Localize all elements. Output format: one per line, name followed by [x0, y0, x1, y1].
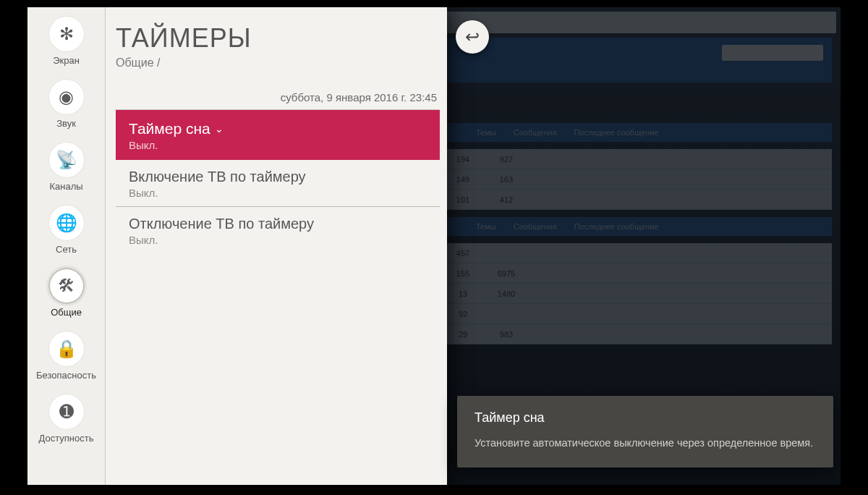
- chevron-down-icon: ⌄: [215, 123, 224, 135]
- tooltip-body: Установите автоматическое выключение чер…: [475, 436, 816, 452]
- datetime-label: суббота, 9 января 2016 г. 23:45: [116, 91, 437, 103]
- option-title: Таймер сна: [129, 120, 210, 138]
- settings-content: ТАЙМЕРЫ Общие / суббота, 9 января 2016 г…: [106, 7, 447, 485]
- sidebar-item-screen[interactable]: ✻ Экран: [35, 16, 98, 66]
- settings-panel: ✻ Экран ◉ Звук 📡 Каналы 🌐 Сеть 🛠 Общие 🔒: [27, 7, 447, 485]
- lock-icon: 🔒: [48, 331, 85, 367]
- sidebar-item-label: Звук: [35, 118, 98, 129]
- option-title: Включение ТВ по таймеру: [129, 169, 306, 185]
- sidebar-item-sound[interactable]: ◉ Звук: [35, 79, 98, 129]
- sidebar-item-label: Сеть: [35, 244, 98, 255]
- sidebar-item-accessibility[interactable]: ➊ Доступность: [35, 394, 98, 444]
- globe-icon: 🌐: [48, 205, 85, 241]
- page-title: ТАЙМЕРЫ: [116, 23, 440, 54]
- sidebar-item-label: Безопасность: [35, 370, 98, 381]
- option-timer-on[interactable]: Включение ТВ по таймеру Выкл.: [116, 160, 440, 207]
- option-value: Выкл.: [129, 139, 427, 151]
- tooltip-title: Таймер сна: [475, 410, 816, 426]
- satellite-icon: 📡: [48, 142, 85, 178]
- option-timer-off[interactable]: Отключение ТВ по таймеру Выкл.: [116, 207, 440, 253]
- back-arrow-icon: ↩: [465, 27, 480, 47]
- option-value: Выкл.: [129, 234, 427, 246]
- sidebar-item-network[interactable]: 🌐 Сеть: [35, 205, 98, 255]
- screen-icon: ✻: [48, 16, 85, 52]
- sidebar-item-channels[interactable]: 📡 Каналы: [35, 142, 98, 192]
- sidebar-item-label: Общие: [35, 307, 98, 318]
- settings-sidebar: ✻ Экран ◉ Звук 📡 Каналы 🌐 Сеть 🛠 Общие 🔒: [27, 7, 106, 485]
- sidebar-item-security[interactable]: 🔒 Безопасность: [35, 331, 98, 381]
- help-tooltip: Таймер сна Установите автоматическое вык…: [457, 396, 833, 468]
- sidebar-item-label: Экран: [35, 55, 98, 66]
- sidebar-item-general[interactable]: 🛠 Общие: [35, 268, 98, 318]
- sidebar-item-label: Доступность: [35, 433, 98, 444]
- accessibility-icon: ➊: [48, 394, 85, 430]
- option-value: Выкл.: [129, 187, 427, 199]
- sidebar-item-label: Каналы: [35, 181, 98, 192]
- option-sleep-timer[interactable]: Таймер сна ⌄ Выкл.: [116, 110, 440, 160]
- back-button[interactable]: ↩: [456, 20, 489, 54]
- wrench-gear-icon: 🛠: [48, 268, 85, 304]
- option-title: Отключение ТВ по таймеру: [129, 216, 314, 232]
- sound-icon: ◉: [48, 79, 85, 115]
- breadcrumb: Общие /: [116, 56, 440, 69]
